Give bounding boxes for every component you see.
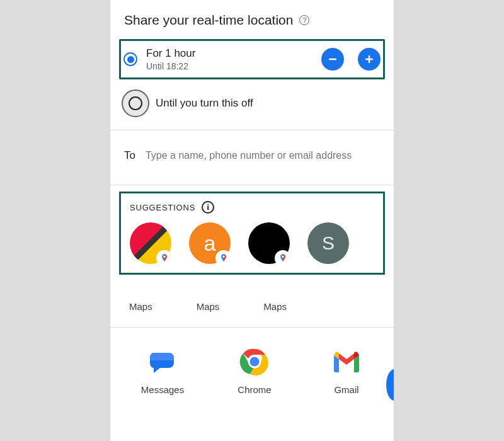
duration-indefinite-label: Until you turn this off xyxy=(156,97,385,110)
chrome-icon xyxy=(238,345,271,378)
share-app-gmail[interactable]: Gmail xyxy=(312,345,381,395)
suggested-contact[interactable]: a xyxy=(189,222,231,264)
svg-rect-2 xyxy=(369,55,370,63)
share-app-label: Gmail xyxy=(334,384,358,395)
share-location-sheet: Share your real-time location ? For 1 ho… xyxy=(110,0,394,441)
duration-timed-label: For 1 hour xyxy=(146,47,307,60)
avatar-initial: S xyxy=(322,232,335,254)
recipient-input[interactable] xyxy=(146,150,380,161)
minus-icon xyxy=(326,53,339,66)
svg-point-4 xyxy=(222,256,224,258)
share-app-label: Chrome xyxy=(238,384,271,395)
maps-badge-icon xyxy=(275,250,291,266)
share-app-label: Messages xyxy=(141,384,184,395)
duration-option-timed[interactable]: For 1 hour Until 18:22 xyxy=(121,41,383,77)
radio-unselected-icon xyxy=(122,89,149,117)
decrease-duration-button[interactable] xyxy=(321,48,344,71)
maps-badge-icon xyxy=(215,250,232,266)
svg-point-5 xyxy=(282,256,284,258)
share-app-chrome[interactable]: Chrome xyxy=(220,345,289,395)
duration-timed-highlight: For 1 hour Until 18:22 xyxy=(119,39,385,79)
sheet-title-row: Share your real-time location ? xyxy=(110,0,394,39)
maps-badge-icon xyxy=(156,250,173,266)
app-labels-row: Maps Maps Maps xyxy=(110,275,394,321)
help-icon[interactable]: ? xyxy=(299,15,309,25)
suggested-contact[interactable] xyxy=(130,222,171,264)
app-label: Maps xyxy=(197,301,220,312)
info-icon[interactable]: i xyxy=(202,201,214,214)
suggestions-heading: SUGGESTIONS xyxy=(130,203,195,212)
suggestions-header: SUGGESTIONS i xyxy=(130,201,377,214)
suggested-contact[interactable] xyxy=(248,222,290,264)
suggestions-highlight: SUGGESTIONS i a S xyxy=(119,192,385,275)
duration-indefinite-labels: Until you turn this off xyxy=(156,97,385,110)
share-apps-row: Messages Chrome xyxy=(110,328,394,395)
divider xyxy=(110,185,394,185)
gmail-icon xyxy=(330,345,363,378)
duration-timed-labels: For 1 hour Until 18:22 xyxy=(146,47,307,71)
increase-duration-button[interactable] xyxy=(358,48,381,71)
svg-point-3 xyxy=(163,256,165,258)
messages-icon xyxy=(146,345,179,378)
duration-option-indefinite[interactable]: Until you turn this off xyxy=(110,83,394,123)
radio-selected-icon xyxy=(123,52,137,66)
duration-timed-until: Until 18:22 xyxy=(146,61,307,71)
avatar-initial: a xyxy=(204,231,216,256)
sheet-title: Share your real-time location xyxy=(124,13,293,28)
to-label: To xyxy=(124,149,135,162)
suggested-contact[interactable]: S xyxy=(307,222,349,264)
app-label: Maps xyxy=(263,301,287,312)
svg-rect-0 xyxy=(329,59,336,60)
recipient-row: To xyxy=(110,130,394,178)
share-app-messages[interactable]: Messages xyxy=(128,345,197,395)
suggestions-row: a S xyxy=(127,222,377,264)
app-label: Maps xyxy=(129,301,152,312)
plus-icon xyxy=(363,53,375,66)
